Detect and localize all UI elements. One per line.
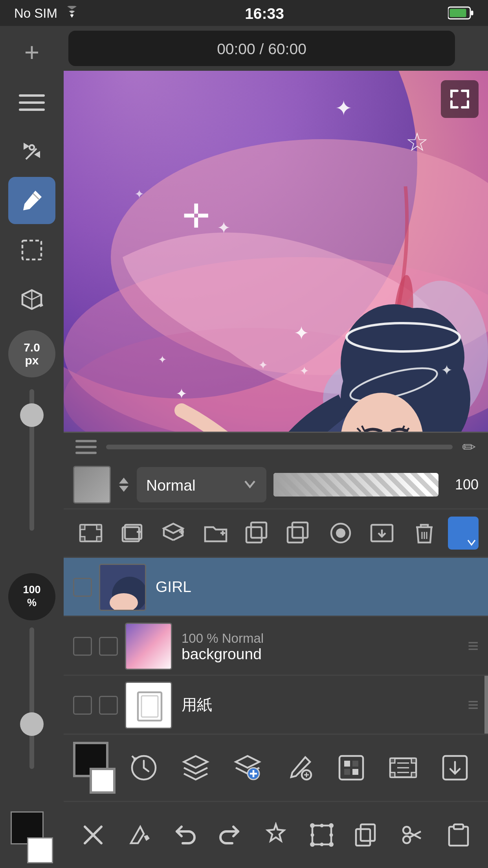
layer-thumbnail-girl <box>99 563 146 611</box>
layer-thumbnail-paper <box>125 681 172 728</box>
svg-text:✦: ✦ <box>158 354 167 366</box>
status-right <box>448 6 474 20</box>
layer-reorder-handle-paper[interactable]: ≡ <box>468 694 479 715</box>
blend-chevron-icon <box>242 478 257 492</box>
layer-visibility-bg2[interactable] <box>99 636 118 655</box>
delete-layer-button[interactable] <box>407 514 441 552</box>
background-color-swatch[interactable] <box>27 837 53 863</box>
timer-bar: 00:00 / 60:00 <box>68 31 455 66</box>
layer-name-bg: background <box>182 645 468 663</box>
layer-color-swatch[interactable] <box>448 517 479 550</box>
opacity-slider-container <box>29 623 34 809</box>
selection-tool-button[interactable] <box>8 226 55 274</box>
svg-point-70 <box>320 824 323 828</box>
blend-layers-button[interactable] <box>224 742 271 794</box>
pen-icon <box>19 188 45 213</box>
opacity-slider-thumb[interactable] <box>20 712 44 736</box>
canvas-container[interactable]: ✦ ✦ ✦ ☆ <box>64 71 488 432</box>
layers-list: GIRL <box>64 558 488 735</box>
blend-mode-bar: Normal 100 <box>64 461 488 509</box>
svg-rect-47 <box>126 623 172 669</box>
color-picker-button[interactable] <box>73 742 116 794</box>
svg-point-68 <box>310 842 314 847</box>
mask-icon <box>327 520 353 546</box>
duplicate-icon <box>244 520 270 546</box>
layer-blend-bg: 100 % Normal <box>182 631 468 645</box>
export-layer-button[interactable] <box>281 514 316 552</box>
canvas-button[interactable] <box>328 742 375 794</box>
redo-button[interactable] <box>210 809 251 861</box>
svg-point-71 <box>320 843 323 846</box>
svg-point-76 <box>403 827 410 834</box>
layer-visibility-bg[interactable] <box>73 636 92 655</box>
svg-text:✦: ✦ <box>335 97 352 120</box>
layer-item-background[interactable]: 100 % Normal background ≡ <box>64 617 488 676</box>
effects-button[interactable] <box>255 809 296 861</box>
add-layer-button[interactable] <box>115 514 149 552</box>
svg-rect-33 <box>96 525 101 530</box>
paste-button[interactable] <box>438 809 479 861</box>
svg-point-67 <box>328 823 333 828</box>
layer-visibility-girl[interactable] <box>73 577 92 596</box>
opacity-display[interactable]: 100 % <box>8 573 55 620</box>
left-toolbar: + <box>0 26 64 868</box>
svg-rect-63 <box>411 772 416 777</box>
transform-button[interactable] <box>301 809 342 861</box>
copy-paste-icon <box>354 822 380 848</box>
brush-size-slider[interactable] <box>29 389 34 531</box>
fill-button[interactable] <box>119 809 160 861</box>
copy-paste-button[interactable] <box>347 809 387 861</box>
opacity-slider[interactable] <box>29 627 34 769</box>
layer-reorder-handle-bg[interactable]: ≡ <box>468 635 479 657</box>
svg-rect-54 <box>339 756 363 780</box>
expand-icon <box>449 88 470 110</box>
brush-size-display[interactable]: 7.0 px <box>8 330 55 377</box>
color-swatch-chevron <box>466 537 477 548</box>
svg-text:✦: ✦ <box>176 386 187 402</box>
timeline-icon <box>388 752 418 783</box>
object-tool-button[interactable] <box>8 276 55 323</box>
layer-visibility-paper2[interactable] <box>99 695 118 714</box>
brush-settings-button[interactable] <box>276 742 323 794</box>
menu-button[interactable] <box>9 80 54 125</box>
pen-tool-button[interactable] <box>8 177 55 224</box>
duplicate-layer-button[interactable] <box>240 514 274 552</box>
export-icon <box>286 520 312 546</box>
cut-button[interactable] <box>392 809 433 861</box>
add-button[interactable]: + <box>9 31 54 75</box>
timer-display: 00:00 / 60:00 <box>217 40 306 57</box>
blend-mode-selector[interactable]: Normal <box>137 467 266 502</box>
add-folder-button[interactable] <box>198 514 233 552</box>
cancel-button[interactable] <box>73 809 114 861</box>
svg-rect-79 <box>453 824 463 829</box>
color-swatches[interactable] <box>11 811 53 863</box>
film-frame-button[interactable] <box>73 514 108 552</box>
layer-mask-button[interactable] <box>323 514 358 552</box>
trash-icon <box>411 520 437 546</box>
svg-rect-38 <box>251 522 266 538</box>
svg-rect-31 <box>80 525 84 530</box>
expand-canvas-button[interactable] <box>441 80 479 118</box>
layers-icon <box>180 752 211 783</box>
opacity-slider-bar[interactable] <box>273 473 438 497</box>
color-history-icon <box>128 752 159 783</box>
time-display: 16:33 <box>245 4 284 22</box>
export-button[interactable] <box>431 742 479 794</box>
layer-item-girl[interactable]: GIRL <box>64 558 488 617</box>
status-left: No SIM <box>14 6 81 20</box>
layer-visibility-paper[interactable] <box>73 695 92 714</box>
timeline-button[interactable] <box>380 742 427 794</box>
size-value: 7.0 <box>24 341 40 354</box>
brush-slider-thumb[interactable] <box>20 403 44 427</box>
cancel-icon <box>81 822 106 848</box>
layers-button[interactable] <box>172 742 219 794</box>
fill-icon <box>126 822 152 848</box>
layer-item-paper[interactable]: 用紙 ≡ <box>64 676 488 735</box>
import-image-button[interactable] <box>365 514 400 552</box>
color-history-button[interactable] <box>120 742 167 794</box>
undo-button[interactable] <box>164 809 205 861</box>
transform-tool-button[interactable] <box>8 127 55 175</box>
add-3d-layer-button[interactable] <box>156 514 191 552</box>
svg-rect-55 <box>344 761 350 767</box>
layer-info-paper: 用紙 <box>182 694 468 715</box>
